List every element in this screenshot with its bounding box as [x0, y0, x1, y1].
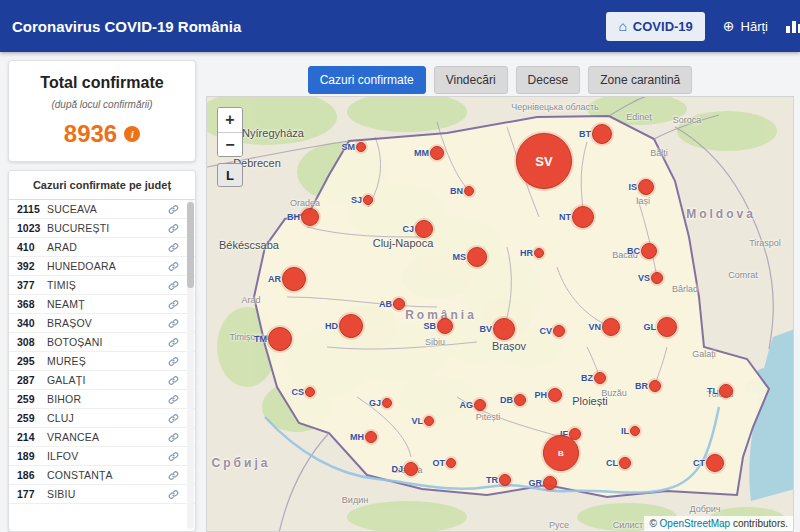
county-row[interactable]: 259 BIHOR — [9, 390, 195, 409]
link-icon[interactable] — [168, 261, 179, 272]
link-icon[interactable] — [168, 318, 179, 329]
link-icon[interactable] — [168, 299, 179, 310]
case-marker[interactable]: BR — [649, 380, 661, 392]
link-icon[interactable] — [168, 451, 179, 462]
link-icon[interactable] — [168, 337, 179, 348]
county-count: 287 — [17, 374, 43, 386]
county-count: 177 — [17, 488, 43, 500]
case-marker[interactable]: CS — [305, 387, 315, 397]
nav-covid19[interactable]: ⌂ COVID-19 — [606, 12, 704, 41]
case-marker[interactable]: BV — [493, 318, 515, 340]
county-list: 2115 SUCEAVA 1023 BUCUREȘTI — [9, 200, 195, 504]
link-icon[interactable] — [168, 242, 179, 253]
county-name: ILFOV — [47, 450, 78, 462]
case-marker[interactable]: OT — [446, 458, 456, 468]
case-marker[interactable]: BH — [301, 208, 319, 226]
county-row[interactable]: 392 HUNEDOARA — [9, 257, 195, 276]
link-icon[interactable] — [168, 394, 179, 405]
case-marker[interactable]: NT — [572, 206, 594, 228]
case-marker[interactable]: AR — [282, 267, 306, 291]
county-code-label: GJ — [369, 398, 381, 408]
case-marker[interactable]: BT — [592, 124, 612, 144]
link-icon[interactable] — [168, 204, 179, 215]
county-row[interactable]: 308 BOTOȘANI — [9, 333, 195, 352]
case-marker[interactable]: CT — [706, 454, 724, 472]
link-icon[interactable] — [168, 489, 179, 500]
case-marker[interactable]: VS — [651, 272, 663, 284]
case-marker[interactable]: SV — [516, 133, 572, 189]
case-marker[interactable]: SB — [437, 318, 453, 334]
map-tab[interactable]: Zone carantină — [588, 66, 692, 94]
case-marker[interactable]: VN — [602, 318, 620, 336]
county-row[interactable]: 295 MUREȘ — [9, 352, 195, 371]
case-marker[interactable]: CJ — [415, 220, 433, 238]
case-marker[interactable]: SM — [356, 142, 366, 152]
case-marker[interactable]: AG — [474, 399, 486, 411]
county-row[interactable]: 340 BRAȘOV — [9, 314, 195, 333]
info-icon[interactable]: i — [124, 126, 140, 142]
zoom-out-button[interactable]: − — [218, 132, 242, 156]
case-marker[interactable]: VL — [424, 416, 434, 426]
case-marker[interactable]: HR — [534, 248, 544, 258]
case-marker[interactable]: AB — [393, 298, 405, 310]
nav-harti-label: Hărți — [741, 19, 768, 34]
case-marker[interactable]: HD — [339, 314, 363, 338]
county-row[interactable]: 177 SIBIU — [9, 485, 195, 504]
nav-harti[interactable]: ⊕ Hărți — [723, 19, 768, 34]
case-marker[interactable]: MS — [467, 247, 487, 267]
link-icon[interactable] — [168, 432, 179, 443]
case-marker[interactable]: CV — [553, 325, 565, 337]
case-marker[interactable]: DJ — [404, 462, 418, 476]
county-code-label: NT — [559, 212, 571, 222]
county-row[interactable]: 287 GALAȚI — [9, 371, 195, 390]
link-icon[interactable] — [168, 470, 179, 481]
case-marker[interactable]: BC — [641, 243, 657, 259]
county-row[interactable]: 2115 SUCEAVA — [9, 200, 195, 219]
case-marker[interactable]: TL — [719, 384, 733, 398]
layers-control[interactable]: L — [217, 163, 243, 187]
zoom-in-button[interactable]: + — [218, 108, 242, 132]
county-row[interactable]: 259 CLUJ — [9, 409, 195, 428]
case-marker[interactable]: IL — [630, 426, 640, 436]
county-count: 189 — [17, 450, 43, 462]
county-row[interactable]: 189 ILFOV — [9, 447, 195, 466]
county-row[interactable]: 368 NEAMȚ — [9, 295, 195, 314]
county-count: 259 — [17, 393, 43, 405]
case-marker[interactable]: PH — [548, 388, 562, 402]
case-marker[interactable]: GR — [543, 476, 557, 490]
osm-link[interactable]: OpenStreetMap — [660, 518, 731, 529]
header-nav: ⌂ COVID-19 ⊕ Hărți — [606, 12, 788, 41]
map-tab[interactable]: Vindecări — [434, 66, 508, 94]
case-marker[interactable]: GJ — [382, 398, 392, 408]
link-icon[interactable] — [168, 280, 179, 291]
case-marker[interactable]: TM — [268, 327, 292, 351]
county-row[interactable]: 410 ARAD — [9, 238, 195, 257]
case-marker[interactable]: BZ — [594, 372, 606, 384]
link-icon[interactable] — [168, 413, 179, 424]
case-marker[interactable]: MM — [430, 146, 444, 160]
attribution-prefix: © — [649, 518, 656, 529]
county-name: CLUJ — [47, 412, 74, 424]
case-marker[interactable]: DB — [514, 394, 526, 406]
link-icon[interactable] — [168, 375, 179, 386]
total-confirmed-card: Total confirmate (după locul confirmării… — [8, 60, 196, 162]
case-marker[interactable]: IS — [638, 179, 654, 195]
case-marker[interactable]: BN — [464, 186, 474, 196]
map-tab[interactable]: Cazuri confirmate — [308, 66, 426, 94]
nav-stats[interactable] — [786, 19, 788, 33]
case-marker[interactable]: TR — [499, 474, 511, 486]
county-row[interactable]: 186 CONSTANȚA — [9, 466, 195, 485]
county-row[interactable]: 214 VRANCEA — [9, 428, 195, 447]
case-marker[interactable]: CL — [619, 457, 631, 469]
case-marker[interactable]: B — [543, 435, 579, 471]
link-icon[interactable] — [168, 223, 179, 234]
case-marker[interactable]: GL — [657, 317, 677, 337]
map-tab[interactable]: Decese — [516, 66, 581, 94]
county-row[interactable]: 1023 BUCUREȘTI — [9, 219, 195, 238]
county-row[interactable]: 377 TIMIȘ — [9, 276, 195, 295]
case-marker[interactable]: SJ — [363, 195, 373, 205]
case-marker[interactable]: MH — [365, 431, 377, 443]
link-icon[interactable] — [168, 356, 179, 367]
map[interactable]: Чернівецька область Nyíregyháza Debrecen… — [206, 96, 794, 532]
scrollbar-thumb[interactable] — [187, 202, 194, 288]
